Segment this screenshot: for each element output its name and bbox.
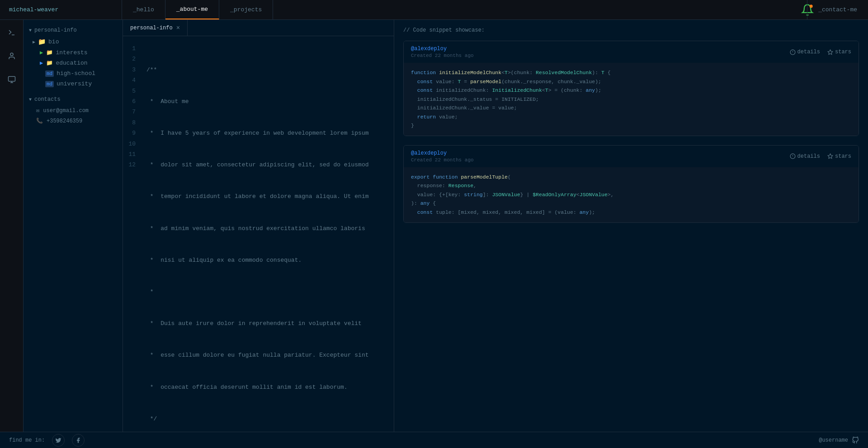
user-icon[interactable] [5,49,19,63]
snippet-1-actions: details stars [790,49,851,55]
snippet-2-details-btn[interactable]: details [790,153,820,160]
education-folder-icon: ▶ 📁 [40,60,53,66]
find-me-label: find me in: [9,437,45,443]
snippet-1-stars-btn[interactable]: stars [827,49,851,55]
contacts-section: contacts ✉ user@gmail.com 📞 +3598246359 [24,94,123,126]
snippet-2-stars-btn[interactable]: stars [827,153,851,160]
contacts-header[interactable]: contacts [24,94,123,105]
tab-about-me[interactable]: _about-me [165,0,219,19]
contact-email: ✉ user@gmail.com [24,105,123,116]
line-numbers: 1 2 3 4 5 6 7 8 9 10 11 12 [123,36,141,432]
sidebar-item-interests[interactable]: ▶ 📁 interests [24,47,123,58]
sidebar-item-university[interactable]: md university [24,79,123,89]
svg-marker-9 [828,50,833,54]
university-file-icon: md [45,81,54,87]
snippet-2-username[interactable]: @alexdeploy [411,150,474,156]
tab-hello[interactable]: _hello [122,0,165,19]
snippet-2-actions: details stars [790,153,851,160]
nav-tabs: _hello _about-me _projects [122,0,273,19]
snippet-card-2: @alexdeploy Created 22 months ago detail… [403,145,859,223]
sidebar-item-education[interactable]: ▶ 📁 education [24,58,123,68]
bio-folder-icon: 📁 [38,38,46,46]
main-layout: personal-info 📁 bio ▶ 📁 interests ▶ 📁 ed… [0,20,868,432]
svg-point-2 [10,53,13,56]
personal-info-section[interactable]: personal-info [24,24,123,36]
code-editor: 1 2 3 4 5 6 7 8 9 10 11 12 /** * About m… [123,36,394,432]
username-label: @username [819,437,848,443]
nav-contact[interactable]: _contact-me [807,0,868,19]
snippet-2-date: Created 22 months ago [411,157,474,163]
snippet-1-code: function initializeModelChunk<T>(chunk: … [404,63,859,136]
github-icon [852,437,859,444]
snippet-1-details-btn[interactable]: details [790,49,820,55]
contact-phone: 📞 +3598246359 [24,116,123,126]
snippet-card-2-header: @alexdeploy Created 22 months ago detail… [404,146,859,167]
svg-marker-13 [828,154,833,158]
settings-icon[interactable] [5,72,19,87]
snippet-2-user-info: @alexdeploy Created 22 months ago [411,150,474,163]
bio-folder[interactable]: 📁 bio [24,36,123,47]
editor-tab-bar: personal-info × [123,20,394,36]
editor-scrollbar [390,36,394,432]
file-sidebar: personal-info 📁 bio ▶ 📁 interests ▶ 📁 ed… [24,20,123,432]
snippet-2-code: export function parseModelTuple( respons… [404,167,859,222]
terminal-icon[interactable] [5,25,19,40]
snippet-card-1: @alexdeploy Created 22 months ago detail… [403,41,859,136]
tab-projects[interactable]: _projects [219,0,273,19]
social-links: find me in: [9,434,85,447]
snippet-1-username[interactable]: @alexdeploy [411,46,474,52]
bottom-right: @username [819,437,859,444]
nav-logo: micheal-weaver [0,0,122,19]
contacts-chevron [29,97,32,102]
sidebar-item-high-school[interactable]: md high-school [24,68,123,79]
personal-info-chevron [29,28,32,33]
icon-sidebar [0,20,24,432]
twitter-link[interactable] [52,434,65,447]
editor-area: personal-info × 1 2 3 4 5 6 7 8 9 10 11 … [123,20,394,432]
code-content[interactable]: /** * About me * I have 5 years of exper… [141,36,390,432]
close-tab-icon[interactable]: × [176,25,180,31]
svg-rect-3 [8,76,15,81]
high-school-file-icon: md [45,71,54,77]
snippet-1-date: Created 22 months ago [411,53,474,58]
bottom-bar: find me in: @username [0,432,868,448]
snippet-1-user-info: @alexdeploy Created 22 months ago [411,46,474,58]
right-panel: // Code snippet showcase: @alexdeploy Cr… [394,20,868,432]
facebook-link[interactable] [72,434,85,447]
interests-folder-icon: ▶ 📁 [40,49,53,56]
phone-icon: 📞 [36,118,43,124]
snippet-card-1-header: @alexdeploy Created 22 months ago detail… [404,41,859,63]
bio-chevron [33,39,35,45]
logo-text: micheal-weaver [9,6,58,13]
email-icon: ✉ [36,107,39,114]
editor-tab-personal-info[interactable]: personal-info × [123,20,188,36]
top-nav: micheal-weaver _hello _about-me _project… [0,0,868,20]
snippet-header-comment: // Code snippet showcase: [403,27,859,33]
